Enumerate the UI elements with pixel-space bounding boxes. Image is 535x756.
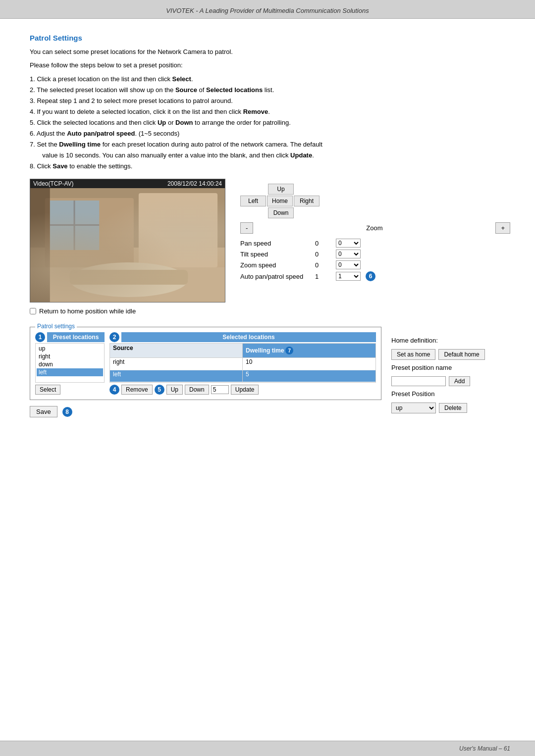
pan-speed-row: Pan speed 0 012345 — [240, 239, 510, 248]
left-button[interactable]: Left — [240, 196, 266, 206]
badge-1: 1 — [35, 332, 45, 342]
patrol-home-area: Patrol settings 1 Preset locations up ri… — [30, 327, 510, 417]
auto-pan-row: Auto pan/patrol speed 1 12345 6 — [240, 271, 510, 281]
source-cell-1[interactable]: right — [110, 358, 243, 370]
selected-locations-header: Selected locations — [121, 332, 376, 342]
zoom-row: - Zoom + — [240, 222, 510, 234]
main-content: Patrol Settings You can select some pres… — [0, 19, 535, 741]
dwell-cell-1[interactable]: 10 — [243, 358, 375, 370]
page: VIVOTEK - A Leading Provider of Multimed… — [0, 0, 535, 756]
svg-rect-3 — [139, 193, 217, 267]
save-button[interactable]: Save — [30, 406, 57, 417]
page-footer: User's Manual – 61 — [0, 741, 535, 756]
svg-rect-4 — [30, 267, 225, 302]
return-home-checkbox[interactable] — [30, 308, 36, 314]
patrol-settings-label: Patrol settings — [35, 323, 77, 330]
footer-text: User's Manual – 61 — [459, 745, 510, 752]
preset-list: up right down left — [35, 343, 105, 383]
down-button[interactable]: Down — [268, 207, 294, 218]
down-order-button[interactable]: Down — [185, 385, 209, 395]
zoom-speed-value: 0 — [315, 261, 333, 269]
tilt-speed-select[interactable]: 012345 — [336, 250, 361, 258]
preset-pos-row: up right down left Delete — [391, 403, 510, 413]
step-7: 7. Set the Dwelling time for each preset… — [30, 139, 510, 161]
tilt-speed-label: Tilt speed — [240, 251, 312, 258]
zoom-minus-button[interactable]: - — [240, 222, 253, 234]
preset-name-input[interactable] — [391, 376, 446, 386]
up-button[interactable]: Up — [268, 184, 294, 195]
buttons-row: 4 Remove 5 Up Down Update — [109, 385, 376, 395]
patrol-settings-box: Patrol settings 1 Preset locations up ri… — [30, 327, 381, 400]
home-button[interactable]: Home — [267, 196, 293, 206]
home-definition-panel: Home definition: Set as home Default hom… — [391, 327, 510, 413]
dwelling-header: Dwelling time — [246, 347, 284, 354]
source-cell-2[interactable]: left — [110, 370, 243, 383]
controls-area: Up Left Home Right Down - Zoom + — [240, 179, 510, 321]
pan-speed-select[interactable]: 012345 — [336, 239, 361, 248]
page-header: VIVOTEK - A Leading Provider of Multimed… — [0, 0, 535, 19]
source-header: Source — [110, 344, 243, 358]
svg-rect-1 — [30, 248, 225, 302]
pan-speed-value: 0 — [315, 240, 333, 247]
video-label-left: Video(TCP-AV) — [33, 180, 74, 187]
auto-pan-select[interactable]: 12345 — [336, 272, 361, 281]
remove-button[interactable]: Remove — [121, 385, 153, 395]
preset-item-right[interactable]: right — [37, 353, 103, 360]
select-button[interactable]: Select — [35, 385, 60, 395]
return-home-label: Return to home position while idle — [39, 307, 136, 315]
auto-pan-label: Auto pan/patrol speed — [240, 273, 312, 280]
preset-item-left[interactable]: left — [37, 368, 103, 376]
preset-item-down[interactable]: down — [37, 360, 103, 368]
patrol-settings-title: Patrol Settings — [30, 34, 510, 42]
desc-line2: Please follow the steps below to set a p… — [30, 60, 510, 71]
badge-6: 6 — [366, 271, 375, 281]
svg-rect-6 — [70, 270, 188, 285]
badge-7: 7 — [285, 347, 293, 354]
video-container: Video(TCP-AV) 2008/12/02 14:00:24 — [30, 179, 225, 302]
default-home-button[interactable]: Default home — [438, 349, 484, 360]
home-btn-row: Set as home Default home — [391, 349, 510, 360]
badge-5: 5 — [155, 385, 164, 395]
main-area: Video(TCP-AV) 2008/12/02 14:00:24 — [30, 179, 510, 321]
add-button[interactable]: Add — [449, 376, 470, 386]
right-button[interactable]: Right — [294, 196, 320, 206]
selected-locations-col: 2 Selected locations Source Dwelling tim… — [109, 332, 376, 395]
steps-list: 1. Click a preset location on the list a… — [30, 74, 510, 172]
tilt-speed-value: 0 — [315, 251, 333, 258]
dwell-cell-2[interactable]: 5 — [243, 370, 375, 383]
step-3: 3. Repeat step 1 and 2 to select more pr… — [30, 96, 510, 106]
video-header: Video(TCP-AV) 2008/12/02 14:00:24 — [30, 179, 225, 188]
step-1: 1. Click a preset location on the list a… — [30, 74, 510, 85]
video-section: Video(TCP-AV) 2008/12/02 14:00:24 — [30, 179, 225, 321]
delete-button[interactable]: Delete — [439, 403, 467, 413]
svg-rect-2 — [45, 198, 134, 267]
return-home-row: Return to home position while idle — [30, 307, 225, 315]
zoom-speed-select[interactable]: 012345 — [336, 260, 361, 269]
set-as-home-button[interactable]: Set as home — [391, 349, 435, 360]
badge-4: 4 — [109, 385, 119, 395]
svg-rect-0 — [30, 188, 225, 302]
tilt-speed-row: Tilt speed 0 012345 — [240, 250, 510, 258]
step-6: 6. Adjust the Auto pan/patrol speed. (1~… — [30, 128, 510, 139]
svg-rect-7 — [50, 201, 99, 250]
save-area: Save 8 — [30, 406, 381, 417]
pan-speed-label: Pan speed — [240, 240, 312, 247]
step-4: 4. If you want to delete a selected loca… — [30, 106, 510, 117]
zoom-speed-label: Zoom speed — [240, 261, 312, 269]
selected-table: Source Dwelling time 7 right 10 left — [109, 343, 376, 383]
svg-rect-8 — [74, 201, 75, 250]
up-order-button[interactable]: Up — [166, 385, 183, 395]
preset-item-up[interactable]: up — [37, 345, 103, 353]
zoom-plus-button[interactable]: + — [495, 222, 510, 234]
preset-position-name-label: Preset position name — [391, 364, 510, 371]
desc-line1: You can select some preset locations for… — [30, 47, 510, 57]
patrol-settings-section: Patrol settings 1 Preset locations up ri… — [30, 327, 381, 417]
dwell-input[interactable] — [211, 385, 229, 394]
header-text: VIVOTEK - A Leading Provider of Multimed… — [166, 7, 369, 14]
zoom-speed-row: Zoom speed 0 012345 — [240, 260, 510, 269]
preset-position-select[interactable]: up right down left — [391, 403, 436, 413]
step-8: 8. Click Save to enable the settings. — [30, 161, 510, 172]
preset-locations-header: Preset locations — [47, 332, 105, 342]
zoom-label: Zoom — [255, 224, 493, 232]
update-button[interactable]: Update — [231, 385, 259, 395]
